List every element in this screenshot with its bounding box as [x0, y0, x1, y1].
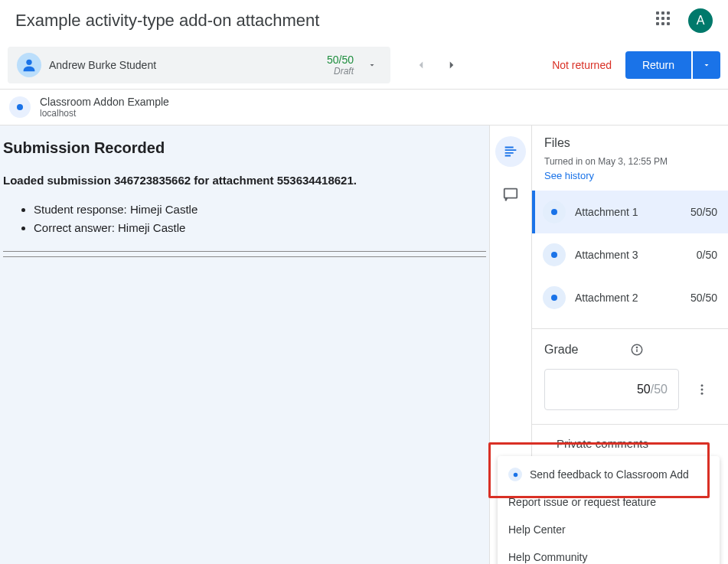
divider	[3, 251, 486, 252]
addon-subtitle: localhost	[40, 108, 169, 119]
addon-icon	[508, 468, 522, 481]
account-avatar[interactable]: A	[688, 8, 713, 33]
list-item: Correct answer: Himeji Castle	[34, 219, 486, 237]
popup-item-label: Send feedback to Classroom Add	[530, 468, 689, 481]
attachment-icon	[543, 243, 566, 266]
svg-point-0	[26, 60, 31, 65]
svg-point-1	[17, 104, 23, 110]
status-not-returned: Not returned	[552, 59, 612, 71]
attachment-icon	[543, 286, 566, 309]
svg-point-4	[551, 252, 557, 258]
popup-item-label: Report issue or request feature	[508, 496, 656, 508]
return-dropdown-button[interactable]	[693, 51, 720, 79]
grade-heading: Grade	[544, 343, 630, 357]
attachment-label: Attachment 3	[575, 249, 697, 261]
list-item: Student response: Himeji Castle	[34, 200, 486, 219]
svg-point-11	[701, 393, 704, 395]
svg-point-9	[701, 384, 704, 386]
return-button[interactable]: Return	[625, 51, 691, 79]
addon-title: Classroom Addon Example	[40, 96, 169, 108]
svg-point-12	[513, 472, 517, 477]
main-content: Submission Recorded Loaded submission 34…	[0, 126, 489, 564]
files-heading: Files	[532, 136, 728, 150]
prev-student-button[interactable]	[406, 50, 436, 80]
svg-point-10	[701, 389, 704, 391]
student-grade: 50/50	[327, 54, 354, 66]
grade-input[interactable]: 50/50	[544, 369, 679, 410]
page-title: Example activity-type add-on attachment	[15, 11, 656, 31]
divider	[3, 256, 486, 257]
chevron-down-icon	[360, 60, 384, 70]
popup-item-label: Help Center	[508, 523, 566, 536]
popup-help-community[interactable]: Help Community	[498, 543, 720, 564]
info-icon[interactable]	[630, 343, 716, 357]
svg-rect-2	[504, 189, 517, 198]
private-comments-heading: Private comments	[544, 437, 716, 450]
help-popup: Send feedback to Classroom Add Report is…	[498, 456, 720, 564]
attachment-grade: 50/50	[690, 292, 717, 304]
popup-send-feedback[interactable]: Send feedback to Classroom Add	[498, 461, 720, 488]
see-history-link[interactable]: See history	[532, 167, 728, 191]
submission-heading: Submission Recorded	[3, 139, 486, 157]
popup-item-label: Help Community	[508, 551, 587, 563]
addon-icon	[9, 96, 31, 118]
attachment-icon	[543, 200, 566, 223]
draft-label: Draft	[327, 66, 354, 77]
attachment-item[interactable]: Attachment 2 50/50	[532, 276, 728, 319]
turned-in-text: Turned in on May 3, 12:55 PM	[532, 156, 728, 167]
grade-denom: /50	[651, 383, 668, 396]
student-avatar-icon	[17, 53, 41, 77]
popup-report-issue[interactable]: Report issue or request feature	[498, 488, 720, 516]
grade-value: 50	[637, 383, 651, 396]
attachment-grade: 50/50	[690, 206, 717, 218]
apps-icon[interactable]	[656, 11, 674, 30]
popup-help-center[interactable]: Help Center	[498, 516, 720, 543]
attachment-label: Attachment 1	[575, 206, 690, 218]
next-student-button[interactable]	[436, 50, 467, 80]
more-icon[interactable]	[688, 376, 716, 403]
attachment-item[interactable]: Attachment 1 50/50	[532, 191, 728, 233]
attachment-grade: 0/50	[697, 249, 717, 261]
tab-comments-icon[interactable]	[495, 179, 526, 210]
attachment-label: Attachment 2	[575, 292, 690, 304]
tab-files-icon[interactable]	[495, 136, 526, 167]
loaded-text: Loaded submission 346723835662 for attac…	[3, 174, 486, 187]
student-selector[interactable]: Andrew Burke Student 50/50 Draft	[8, 47, 390, 83]
svg-point-5	[551, 295, 557, 301]
attachment-item[interactable]: Attachment 3 0/50	[532, 233, 728, 276]
svg-point-8	[636, 347, 637, 347]
svg-point-3	[551, 209, 557, 215]
student-name: Andrew Burke Student	[49, 59, 327, 71]
